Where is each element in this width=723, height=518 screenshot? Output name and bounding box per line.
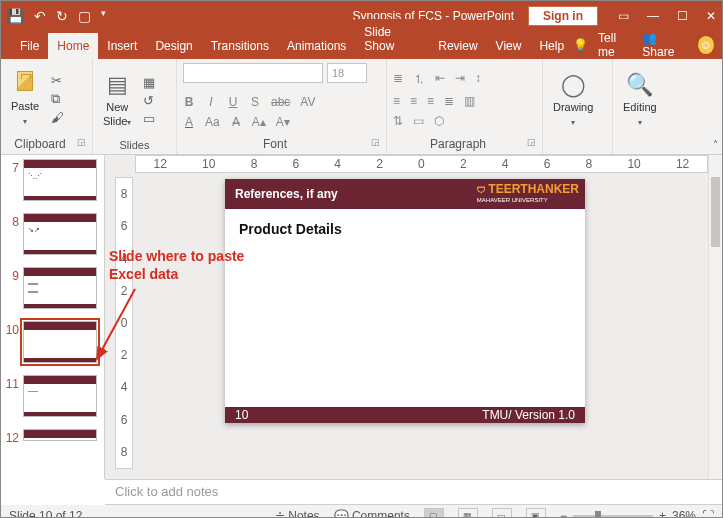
notes-pane[interactable]: Click to add notes xyxy=(105,479,722,505)
normal-view-icon[interactable]: ▢ xyxy=(424,508,444,518)
thumb-10[interactable] xyxy=(23,321,97,363)
font-color-icon[interactable]: A xyxy=(183,115,195,129)
annotation-text: Slide where to paste Excel data xyxy=(109,247,249,283)
shrink-font-icon[interactable]: A▾ xyxy=(276,115,290,129)
notes-toggle[interactable]: ≐ Notes xyxy=(275,509,320,518)
smartart-icon[interactable]: ⬡ xyxy=(434,114,444,128)
font-name-input[interactable] xyxy=(183,63,323,83)
thumb-12[interactable] xyxy=(23,429,97,441)
tell-me[interactable]: Tell me xyxy=(598,31,632,59)
slide-body[interactable]: Product Details xyxy=(225,209,585,249)
indent-inc-icon[interactable]: ⇥ xyxy=(455,71,465,88)
editing-button[interactable]: 🔍Editing▾ xyxy=(619,70,661,130)
clipboard-dialog-icon[interactable]: ◲ xyxy=(77,137,86,147)
paragraph-label: Paragraph xyxy=(430,137,486,151)
reset-icon[interactable]: ↺ xyxy=(143,93,155,108)
spacing-icon[interactable]: AV xyxy=(300,95,315,109)
share-button[interactable]: 👥 Share xyxy=(642,31,687,59)
minimize-icon[interactable]: — xyxy=(647,9,659,23)
vertical-scrollbar[interactable] xyxy=(708,155,722,479)
align-right-icon[interactable]: ≡ xyxy=(427,94,434,108)
clear-format-icon[interactable]: A̶ xyxy=(230,115,242,129)
feedback-icon[interactable]: ☺ xyxy=(698,36,714,54)
new-slide-button[interactable]: ▤ New Slide▾ xyxy=(99,70,135,130)
columns-icon[interactable]: ▥ xyxy=(464,94,475,108)
tab-transitions[interactable]: Transitions xyxy=(202,33,278,59)
align-center-icon[interactable]: ≡ xyxy=(410,94,417,108)
slide-footer-right: TMU/ Version 1.0 xyxy=(482,408,575,422)
bullets-icon[interactable]: ≣ xyxy=(393,71,403,88)
layout-icon[interactable]: ▦ xyxy=(143,75,155,90)
italic-icon[interactable]: I xyxy=(205,95,217,109)
tab-file[interactable]: File xyxy=(11,33,48,59)
thumb-8[interactable]: ↘↗ xyxy=(23,213,97,255)
zoom-out-icon[interactable]: − xyxy=(560,509,567,518)
paste-button[interactable]: Paste▾ xyxy=(7,69,43,129)
slideshow-view-icon[interactable]: ▣ xyxy=(526,508,546,518)
font-label: Font xyxy=(263,137,287,151)
numbering-icon[interactable]: ⒈ xyxy=(413,71,425,88)
align-left-icon[interactable]: ≡ xyxy=(393,94,400,108)
status-slide: Slide 10 of 12 xyxy=(9,509,82,518)
indent-dec-icon[interactable]: ⇤ xyxy=(435,71,445,88)
tab-review[interactable]: Review xyxy=(429,33,486,59)
undo-icon[interactable]: ↶ xyxy=(34,8,46,24)
sorter-view-icon[interactable]: ▦ xyxy=(458,508,478,518)
copy-icon[interactable]: ⧉ xyxy=(51,91,64,107)
thumb-9[interactable]: ════ xyxy=(23,267,97,309)
strike-icon[interactable]: abc xyxy=(271,95,290,109)
section-icon[interactable]: ▭ xyxy=(143,111,155,126)
slide-thumbnails[interactable]: 7⋱⋰ 8↘↗ 9════ 10 11── 12 xyxy=(1,155,105,479)
tab-view[interactable]: View xyxy=(487,33,531,59)
reading-view-icon[interactable]: ▭ xyxy=(492,508,512,518)
justify-icon[interactable]: ≣ xyxy=(444,94,454,108)
bold-icon[interactable]: B xyxy=(183,95,195,109)
zoom-slider[interactable] xyxy=(573,515,653,518)
font-size-input[interactable] xyxy=(327,63,367,83)
slide-header: References, if any xyxy=(235,187,338,201)
lightbulb-icon[interactable]: 💡 xyxy=(573,38,588,52)
text-direction-icon[interactable]: ⇅ xyxy=(393,114,403,128)
underline-icon[interactable]: U xyxy=(227,95,239,109)
paragraph-dialog-icon[interactable]: ◲ xyxy=(527,137,536,147)
thumb-7[interactable]: ⋱⋰ xyxy=(23,159,97,201)
tab-animations[interactable]: Animations xyxy=(278,33,355,59)
collapse-ribbon-icon[interactable]: ˄ xyxy=(713,139,718,150)
university-logo: 🛡 TEERTHANKERMAHAVEER UNIVERSITY xyxy=(477,183,579,204)
grow-font-icon[interactable]: A▴ xyxy=(252,115,266,129)
cut-icon[interactable]: ✂ xyxy=(51,73,64,88)
change-case-icon[interactable]: Aa xyxy=(205,115,220,129)
close-icon[interactable]: ✕ xyxy=(706,9,716,23)
fit-to-window-icon[interactable]: ⛶ xyxy=(702,509,714,518)
slide-footer-left: 10 xyxy=(235,408,248,422)
slides-label: Slides xyxy=(99,137,170,154)
redo-icon[interactable]: ↻ xyxy=(56,8,68,24)
save-icon[interactable]: 💾 xyxy=(7,8,24,24)
thumb-11[interactable]: ── xyxy=(23,375,97,417)
shadow-icon[interactable]: S xyxy=(249,95,261,109)
tab-design[interactable]: Design xyxy=(146,33,201,59)
svg-line-0 xyxy=(97,289,135,359)
tab-help[interactable]: Help xyxy=(530,33,573,59)
maximize-icon[interactable]: ☐ xyxy=(677,9,688,23)
line-spacing-icon[interactable]: ↕ xyxy=(475,71,481,88)
tab-slideshow[interactable]: Slide Show xyxy=(355,19,429,59)
align-text-icon[interactable]: ▭ xyxy=(413,114,424,128)
sign-in-button[interactable]: Sign in xyxy=(528,6,598,26)
drawing-button[interactable]: ◯Drawing▾ xyxy=(549,70,597,130)
tab-insert[interactable]: Insert xyxy=(98,33,146,59)
clipboard-label: Clipboard xyxy=(14,137,65,151)
qat-customize-icon[interactable]: ▾ xyxy=(101,8,106,24)
comments-toggle[interactable]: 💬 Comments xyxy=(334,509,410,518)
font-dialog-icon[interactable]: ◲ xyxy=(371,137,380,147)
start-from-beginning-icon[interactable]: ▢ xyxy=(78,8,91,24)
zoom-percent[interactable]: 36% xyxy=(672,509,696,518)
zoom-in-icon[interactable]: + xyxy=(659,509,666,518)
horizontal-ruler: 12108642024681012 xyxy=(135,155,708,173)
slide-canvas[interactable]: References, if any 🛡 TEERTHANKERMAHAVEER… xyxy=(225,179,585,423)
ribbon-display-icon[interactable]: ▭ xyxy=(618,9,629,23)
tab-home[interactable]: Home xyxy=(48,33,98,59)
format-painter-icon[interactable]: 🖌 xyxy=(51,110,64,125)
